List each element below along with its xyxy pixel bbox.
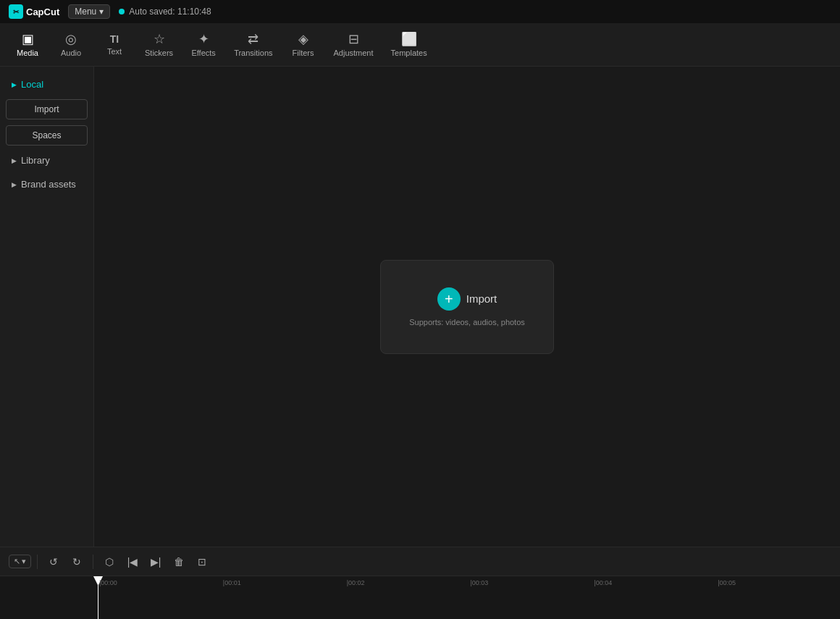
fit-button[interactable]: ⊡ bbox=[192, 552, 212, 572]
sidebar-item-library[interactable]: ▶ Library bbox=[3, 149, 91, 172]
autosave-status: Auto saved: 11:10:48 bbox=[119, 7, 211, 17]
filters-icon: ◈ bbox=[298, 33, 308, 46]
nav-item-filters[interactable]: ◈ Filters bbox=[282, 28, 325, 62]
nav-item-audio[interactable]: ◎ Audio bbox=[49, 28, 93, 62]
cursor-icon: ↖ bbox=[14, 557, 20, 566]
nav-label-filters: Filters bbox=[293, 49, 314, 57]
nav-label-transitions: Transitions bbox=[234, 49, 272, 57]
undo-icon: ↺ bbox=[49, 556, 58, 568]
trim-right-button[interactable]: ▶| bbox=[146, 552, 166, 572]
fit-icon: ⊡ bbox=[198, 556, 206, 568]
ruler-mark-5: |00:05 bbox=[716, 579, 840, 586]
text-icon: TI bbox=[110, 34, 119, 44]
nav-item-templates[interactable]: ⬜ Templates bbox=[382, 28, 436, 62]
undo-button[interactable]: ↺ bbox=[43, 552, 64, 572]
nav-item-text[interactable]: TI Text bbox=[93, 30, 136, 60]
ruler-label-5: |00:05 bbox=[716, 579, 736, 586]
main-area: ▶ Local Import Spaces ▶ Library ▶ Brand … bbox=[0, 67, 840, 547]
import-card[interactable]: + Import Supports: videos, audios, photo… bbox=[380, 260, 554, 354]
chevron-right-icon: ▶ bbox=[12, 157, 17, 164]
ruler-mark-0: |00:00 bbox=[98, 579, 222, 586]
nav-label-audio: Audio bbox=[61, 49, 81, 57]
ruler-mark-2: |00:02 bbox=[345, 579, 469, 586]
nav-label-effects: Effects bbox=[191, 49, 215, 57]
ruler-label-1: |00:01 bbox=[222, 579, 241, 586]
import-card-top: + Import bbox=[437, 287, 497, 311]
logo-icon: ✂ bbox=[9, 4, 23, 19]
adjustment-icon: ⊟ bbox=[348, 33, 359, 46]
top-nav: ▣ Media ◎ Audio TI Text ☆ Stickers ✦ Eff… bbox=[0, 23, 840, 67]
timeline[interactable]: |00:00 |00:01 |00:02 |00:03 |00:04 |00:0… bbox=[0, 576, 840, 619]
trim-left-button[interactable]: |◀ bbox=[122, 552, 143, 572]
chevron-right-icon-brand: ▶ bbox=[12, 181, 17, 188]
ruler-mark-4: |00:04 bbox=[592, 579, 716, 586]
spaces-label: Spaces bbox=[32, 130, 61, 140]
transitions-icon: ⇄ bbox=[248, 33, 259, 46]
ruler-label-4: |00:04 bbox=[592, 579, 612, 586]
nav-label-text: Text bbox=[107, 47, 122, 56]
timeline-ruler: |00:00 |00:01 |00:02 |00:03 |00:04 |00:0… bbox=[0, 576, 840, 619]
autosave-dot-icon bbox=[119, 9, 125, 14]
sidebar-brand-assets-label: Brand assets bbox=[21, 179, 76, 190]
menu-button[interactable]: Menu ▾ bbox=[68, 4, 110, 19]
effects-icon: ✦ bbox=[198, 33, 209, 46]
import-label: Import bbox=[34, 104, 59, 114]
chevron-down-icon: ▶ bbox=[12, 81, 17, 88]
delete-icon: 🗑 bbox=[174, 556, 184, 568]
media-icon: ▣ bbox=[22, 33, 34, 46]
ruler-label-2: |00:02 bbox=[345, 579, 365, 586]
titlebar: ✂ CapCut Menu ▾ Auto saved: 11:10:48 bbox=[0, 0, 840, 23]
ruler-mark-3: |00:03 bbox=[469, 579, 592, 586]
split-button[interactable]: ⬡ bbox=[99, 552, 119, 572]
delete-button[interactable]: 🗑 bbox=[169, 552, 189, 572]
nav-label-stickers: Stickers bbox=[145, 49, 173, 57]
spaces-button[interactable]: Spaces bbox=[6, 125, 88, 146]
toolbar-divider-1 bbox=[37, 555, 38, 569]
stickers-icon: ☆ bbox=[154, 33, 165, 46]
split-icon: ⬡ bbox=[105, 556, 114, 568]
sidebar-local-label: Local bbox=[21, 79, 43, 90]
redo-button[interactable]: ↻ bbox=[67, 552, 87, 572]
bottom-toolbar: ↖ ▾ ↺ ↻ ⬡ |◀ ▶| 🗑 ⊡ bbox=[0, 547, 840, 576]
nav-label-adjustment: Adjustment bbox=[334, 49, 374, 57]
sidebar: ▶ Local Import Spaces ▶ Library ▶ Brand … bbox=[0, 67, 94, 547]
toolbar-divider-2 bbox=[93, 555, 93, 569]
content-area: + Import Supports: videos, audios, photo… bbox=[94, 67, 840, 547]
ruler-label-0: |00:00 bbox=[98, 579, 117, 586]
import-card-subtitle: Supports: videos, audios, photos bbox=[409, 318, 525, 327]
menu-label: Menu bbox=[75, 7, 96, 17]
menu-arrow-icon: ▾ bbox=[99, 7, 104, 17]
trim-left-icon: |◀ bbox=[127, 556, 138, 568]
import-button[interactable]: Import bbox=[6, 99, 88, 119]
select-tool[interactable]: ↖ ▾ bbox=[9, 555, 31, 568]
import-plus-icon: + bbox=[437, 287, 461, 311]
logo-text: CapCut bbox=[26, 7, 59, 17]
nav-label-templates: Templates bbox=[391, 49, 427, 57]
logo: ✂ CapCut bbox=[9, 4, 59, 19]
nav-item-media[interactable]: ▣ Media bbox=[6, 28, 49, 62]
nav-item-transitions[interactable]: ⇄ Transitions bbox=[225, 28, 281, 62]
sidebar-item-local[interactable]: ▶ Local bbox=[3, 73, 91, 96]
sidebar-item-brand-assets[interactable]: ▶ Brand assets bbox=[3, 173, 91, 195]
trim-right-icon: ▶| bbox=[151, 556, 161, 568]
sidebar-library-label: Library bbox=[21, 155, 50, 166]
audio-icon: ◎ bbox=[65, 33, 77, 46]
select-arrow-icon: ▾ bbox=[22, 557, 26, 566]
redo-icon: ↻ bbox=[72, 556, 81, 568]
nav-item-effects[interactable]: ✦ Effects bbox=[182, 28, 225, 62]
autosave-text: Auto saved: 11:10:48 bbox=[129, 7, 211, 17]
import-card-title: Import bbox=[466, 292, 497, 305]
nav-item-adjustment[interactable]: ⊟ Adjustment bbox=[325, 28, 382, 62]
ruler-mark-1: |00:01 bbox=[222, 579, 345, 586]
ruler-label-3: |00:03 bbox=[469, 579, 488, 586]
templates-icon: ⬜ bbox=[401, 33, 417, 46]
nav-item-stickers[interactable]: ☆ Stickers bbox=[136, 28, 182, 62]
nav-label-media: Media bbox=[17, 49, 38, 57]
